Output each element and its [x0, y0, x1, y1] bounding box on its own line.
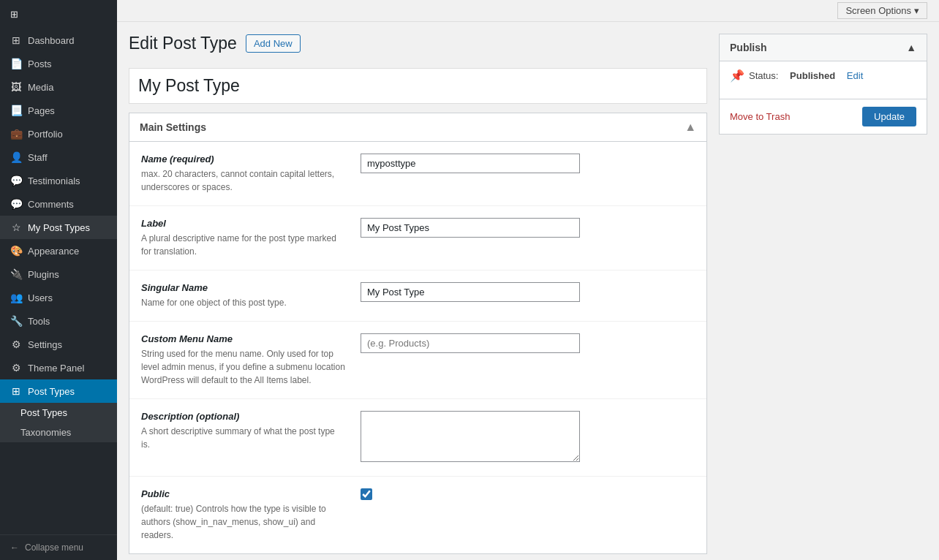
sidebar-item-appearance[interactable]: 🎨 Appearance	[0, 239, 117, 262]
sidebar-item-label: Testimonials	[28, 175, 80, 186]
collapse-icon: ←	[10, 542, 19, 553]
page-header: Edit Post Type Add New	[129, 34, 707, 59]
field-label-col: Singular Name Name for one object of thi…	[141, 282, 346, 309]
submenu-label: Taxonomies	[20, 427, 71, 438]
sidebar-item-pages[interactable]: 📃 Pages	[0, 99, 117, 122]
field-label: Description (optional)	[141, 411, 346, 422]
plugins-icon: 🔌	[10, 268, 22, 280]
post-types-icon: ⊞	[10, 385, 22, 397]
media-icon: 🖼	[10, 81, 22, 93]
collapse-label: Collapse menu	[25, 542, 83, 553]
field-label-col: Custom Menu Name String used for the men…	[141, 333, 346, 387]
sidebar-item-dashboard[interactable]: ⊞ Dashboard	[0, 29, 117, 52]
update-button[interactable]: Update	[862, 107, 916, 126]
field-label: Name (required)	[141, 154, 346, 164]
sidebar-item-testimonials[interactable]: 💬 Testimonials	[0, 169, 117, 192]
move-to-trash-link[interactable]: Move to Trash	[730, 111, 790, 122]
topbar: Screen Options ▾	[117, 0, 939, 22]
screen-options-label: Screen Options	[845, 5, 911, 16]
add-new-button[interactable]: Add New	[246, 34, 301, 53]
theme-panel-icon: ⚙	[10, 362, 22, 374]
sidebar: ⊞ ⊞ Dashboard 📄 Posts 🖼 Media 📃 Pages 💼 …	[0, 0, 117, 560]
sidebar-item-settings[interactable]: ⚙ Settings	[0, 333, 117, 356]
description-textarea[interactable]	[361, 411, 580, 462]
sidebar-item-label: Staff	[28, 152, 48, 163]
panel-toggle-icon: ▲	[685, 121, 696, 134]
field-desc: (default: true) Controls how the type is…	[141, 502, 346, 542]
screen-options-button[interactable]: Screen Options ▾	[837, 2, 927, 19]
name-input[interactable]	[361, 154, 580, 173]
right-column: Publish ▲ 📌 Status: Published Edit Move …	[719, 34, 927, 548]
sidebar-item-staff[interactable]: 👤 Staff	[0, 145, 117, 169]
field-label: Label	[141, 218, 346, 229]
sidebar-item-label: Pages	[28, 105, 55, 116]
submenu-item-post-types[interactable]: Post Types	[0, 403, 117, 423]
field-label: Public	[141, 488, 346, 499]
portfolio-icon: 💼	[10, 128, 22, 140]
appearance-icon: 🎨	[10, 245, 22, 257]
comments-icon: 💬	[10, 198, 22, 210]
sidebar-item-tools[interactable]: 🔧 Tools	[0, 309, 117, 333]
sidebar-item-media[interactable]: 🖼 Media	[0, 75, 117, 99]
submenu-item-taxonomies[interactable]: Taxonomies	[0, 423, 117, 442]
left-column: Edit Post Type Add New Main Settings ▲ N…	[129, 34, 707, 548]
sidebar-item-comments[interactable]: 💬 Comments	[0, 192, 117, 216]
field-desc: A plural descriptive name for the post t…	[141, 232, 346, 258]
content-area: Edit Post Type Add New Main Settings ▲ N…	[117, 22, 939, 560]
field-description: Description (optional) A short descripti…	[129, 399, 706, 477]
post-title-input[interactable]	[129, 68, 707, 104]
page-title: Edit Post Type	[129, 34, 237, 53]
wp-logo-icon: ⊞	[10, 9, 18, 20]
sidebar-item-theme-panel[interactable]: ⚙ Theme Panel	[0, 356, 117, 379]
status-label: Status:	[749, 70, 778, 81]
publish-body: 📌 Status: Published Edit	[720, 61, 927, 99]
status-edit-link[interactable]: Edit	[847, 70, 863, 81]
field-desc: Name for one object of this post type.	[141, 296, 346, 309]
sidebar-item-plugins[interactable]: 🔌 Plugins	[0, 262, 117, 286]
staff-icon: 👤	[10, 151, 22, 163]
sidebar-item-label: Portfolio	[28, 129, 63, 140]
field-control	[361, 154, 695, 173]
sidebar-item-label: Post Types	[28, 386, 75, 397]
sidebar-item-post-types[interactable]: ⊞ Post Types	[0, 379, 117, 403]
sidebar-item-label: Media	[28, 82, 53, 93]
field-label: Custom Menu Name	[141, 333, 346, 344]
dashboard-icon: ⊞	[10, 34, 22, 46]
panel-body: Name (required) max. 20 characters, cann…	[129, 142, 706, 553]
sidebar-item-label: Users	[28, 292, 53, 303]
field-control	[361, 282, 695, 302]
main-settings-panel: Main Settings ▲ Name (required) max. 20 …	[129, 113, 707, 554]
sidebar-item-posts[interactable]: 📄 Posts	[0, 52, 117, 75]
sidebar-item-portfolio[interactable]: 💼 Portfolio	[0, 122, 117, 145]
field-custom-menu-name: Custom Menu Name String used for the men…	[129, 322, 706, 399]
tools-icon: 🔧	[10, 315, 22, 327]
sidebar-item-label: Appearance	[28, 246, 79, 257]
sidebar-item-users[interactable]: 👥 Users	[0, 286, 117, 309]
main-area: Screen Options ▾ Edit Post Type Add New …	[117, 0, 939, 560]
sidebar-item-label: My Post Types	[28, 222, 90, 233]
post-types-submenu: Post Types Taxonomies	[0, 403, 117, 442]
field-desc: String used for the menu name. Only used…	[141, 347, 346, 387]
field-desc: A short descriptive summary of what the …	[141, 425, 346, 451]
field-label-row: Label A plural descriptive name for the …	[129, 206, 706, 270]
field-name: Name (required) max. 20 characters, cann…	[129, 142, 706, 206]
field-label-col: Name (required) max. 20 characters, cann…	[141, 154, 346, 194]
testimonials-icon: 💬	[10, 175, 22, 186]
singular-name-input[interactable]	[361, 282, 580, 302]
public-checkbox[interactable]	[361, 488, 372, 500]
label-input[interactable]	[361, 218, 580, 238]
sidebar-item-label: Settings	[28, 339, 62, 350]
chevron-down-icon: ▾	[914, 5, 919, 16]
field-label-col: Label A plural descriptive name for the …	[141, 218, 346, 258]
users-icon: 👥	[10, 292, 22, 303]
panel-header[interactable]: Main Settings ▲	[129, 113, 706, 142]
sidebar-item-my-post-types[interactable]: ☆ My Post Types ↓	[0, 216, 117, 239]
publish-panel: Publish ▲ 📌 Status: Published Edit Move …	[719, 34, 927, 135]
custom-menu-name-input[interactable]	[361, 333, 580, 353]
collapse-menu[interactable]: ← Collapse menu	[0, 534, 117, 560]
sidebar-item-label: Theme Panel	[28, 363, 84, 374]
status-value: Published	[790, 70, 835, 81]
posts-icon: 📄	[10, 58, 22, 69]
sidebar-item-label: Posts	[28, 58, 52, 69]
submenu-label: Post Types	[20, 407, 67, 418]
